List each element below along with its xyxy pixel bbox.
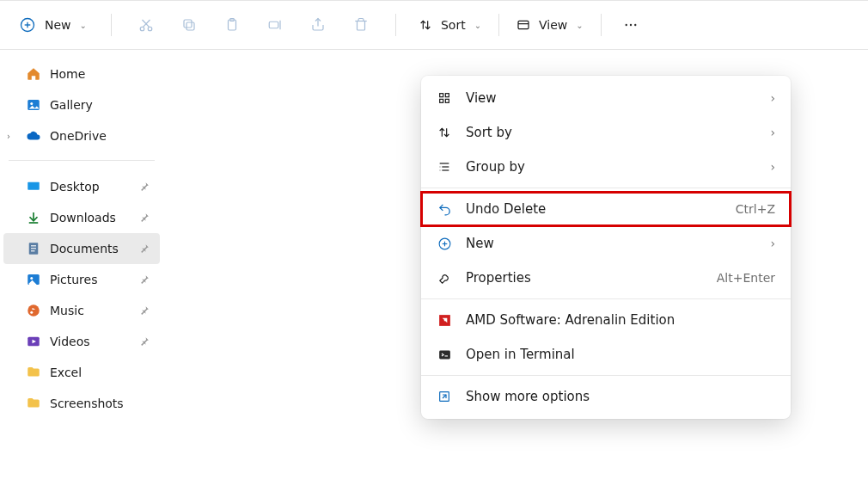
svg-point-4: [148, 27, 152, 31]
videos-icon: [26, 334, 41, 349]
svg-rect-38: [445, 94, 449, 97]
ctx-undo-delete[interactable]: Undo Delete Ctrl+Z: [421, 192, 791, 226]
sidebar-item-label: Desktop: [50, 180, 100, 194]
divider: [421, 298, 791, 299]
ctx-group-by[interactable]: Group by ›: [421, 150, 791, 184]
chevron-right-icon: ›: [7, 132, 10, 141]
ctx-label: View: [466, 90, 756, 106]
divider: [111, 14, 112, 36]
expand-icon: [437, 389, 452, 404]
more-button[interactable]: [614, 9, 648, 40]
sort-icon: [419, 18, 432, 32]
ctx-label: Sort by: [466, 125, 756, 140]
plus-circle-icon: [19, 16, 36, 34]
folder-icon: [26, 365, 41, 380]
divider: [601, 14, 602, 36]
sidebar-item-desktop[interactable]: Desktop: [3, 171, 160, 202]
chevron-right-icon: ›: [770, 126, 775, 139]
sidebar-item-label: Downloads: [50, 211, 116, 224]
chevron-down-icon: ⌄: [474, 21, 481, 30]
ctx-view[interactable]: View ›: [421, 81, 791, 115]
view-button[interactable]: View ⌄: [508, 13, 592, 37]
sort-button[interactable]: Sort ⌄: [410, 13, 490, 37]
copy-button[interactable]: [172, 9, 206, 40]
chevron-right-icon: ›: [770, 237, 775, 250]
divider: [421, 375, 791, 376]
rename-button[interactable]: [258, 9, 292, 40]
view-label: View: [539, 18, 567, 32]
chevron-down-icon: ⌄: [576, 21, 583, 30]
desktop-icon: [26, 179, 41, 194]
cut-button[interactable]: [129, 9, 163, 40]
svg-rect-24: [28, 182, 40, 190]
ctx-shortcut: Alt+Enter: [717, 271, 775, 285]
sidebar-item-label: Pictures: [50, 273, 97, 286]
chevron-right-icon: ›: [770, 160, 775, 174]
pin-icon: [139, 335, 151, 347]
svg-point-34: [30, 311, 33, 314]
chevron-right-icon: ›: [770, 91, 775, 105]
sidebar-item-label: Videos: [50, 335, 90, 348]
sidebar-item-label: Home: [50, 67, 85, 81]
gallery-icon: [26, 97, 41, 113]
sidebar-item-onedrive[interactable]: › OneDrive: [3, 120, 160, 151]
divider: [421, 188, 791, 188]
ctx-label: Open in Terminal: [466, 347, 775, 362]
new-button[interactable]: New ⌄: [9, 11, 97, 39]
sidebar-item-home[interactable]: Home: [3, 58, 160, 89]
terminal-icon: [437, 347, 452, 362]
plus-circle-icon: [437, 236, 452, 251]
cloud-icon: [26, 128, 41, 144]
grid-icon: [437, 90, 452, 106]
ctx-label: Group by: [466, 159, 756, 175]
ctx-label: New: [466, 236, 756, 251]
sidebar-item-label: Excel: [50, 366, 82, 379]
svg-point-33: [28, 304, 40, 317]
sidebar-item-label: Gallery: [50, 98, 93, 112]
sidebar-item-excel[interactable]: Excel: [3, 357, 160, 388]
sidebar-item-label: Music: [50, 304, 84, 317]
pin-icon: [139, 304, 151, 317]
paste-button[interactable]: [215, 9, 249, 40]
sidebar-item-music[interactable]: Music: [3, 295, 160, 326]
ctx-shortcut: Ctrl+Z: [736, 202, 775, 216]
pin-icon: [139, 212, 151, 224]
ctx-label: Show more options: [466, 389, 775, 404]
ctx-properties[interactable]: Properties Alt+Enter: [421, 261, 791, 295]
sidebar-item-label: Screenshots: [50, 397, 124, 410]
svg-rect-30: [31, 250, 35, 251]
group-icon: [437, 159, 452, 175]
chevron-down-icon: ⌄: [80, 21, 87, 30]
divider: [9, 160, 155, 161]
delete-button[interactable]: [344, 9, 378, 40]
ctx-new[interactable]: New ›: [421, 226, 791, 261]
toolbar: New ⌄ Sort ⌄ View ⌄: [0, 0, 868, 50]
svg-rect-29: [31, 248, 36, 249]
sidebar-item-pictures[interactable]: Pictures: [3, 264, 160, 295]
divider: [395, 14, 396, 36]
ctx-label: Properties: [466, 270, 703, 286]
pin-icon: [139, 181, 151, 193]
ctx-show-more-options[interactable]: Show more options: [421, 379, 791, 414]
share-button[interactable]: [301, 9, 335, 40]
ctx-sort-by[interactable]: Sort by ›: [421, 115, 791, 150]
context-menu: View › Sort by › Group by › Undo Delete …: [421, 76, 791, 419]
sidebar-item-videos[interactable]: Videos: [3, 326, 160, 357]
svg-rect-14: [357, 22, 364, 31]
ctx-label: Undo Delete: [466, 201, 722, 217]
documents-icon: [26, 241, 41, 256]
sidebar-item-gallery[interactable]: Gallery: [3, 89, 160, 120]
sidebar-item-screenshots[interactable]: Screenshots: [3, 388, 160, 419]
home-icon: [26, 66, 41, 82]
svg-rect-52: [439, 350, 450, 359]
ctx-amd-software[interactable]: AMD Software: Adrenalin Edition: [421, 303, 791, 337]
sidebar-item-downloads[interactable]: Downloads: [3, 202, 160, 233]
sort-label: Sort: [441, 18, 466, 32]
svg-rect-28: [31, 245, 36, 246]
sidebar-item-documents[interactable]: Documents: [3, 233, 160, 264]
ctx-open-terminal[interactable]: Open in Terminal: [421, 337, 791, 372]
svg-rect-17: [518, 21, 529, 28]
svg-rect-8: [184, 20, 192, 28]
divider: [498, 14, 499, 36]
view-icon: [517, 18, 530, 32]
